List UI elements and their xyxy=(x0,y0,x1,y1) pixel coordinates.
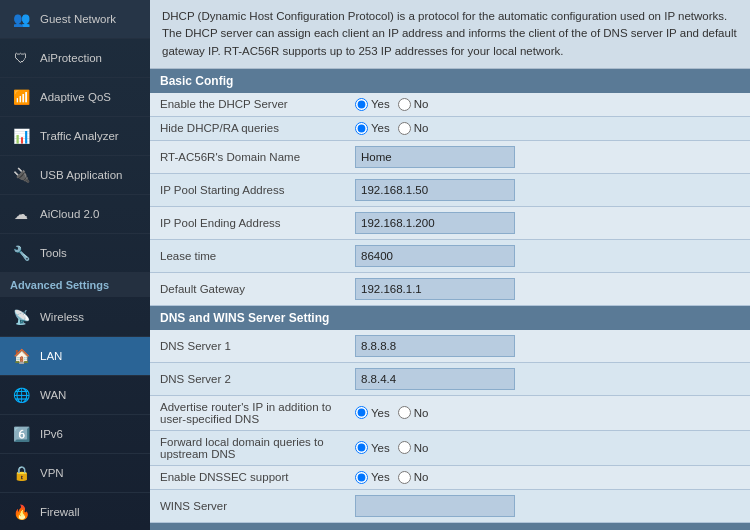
table-row: Lease time xyxy=(150,239,750,272)
sidebar-label-adaptive-qos: Adaptive QoS xyxy=(40,91,111,103)
sidebar-label-traffic-analyzer: Traffic Analyzer xyxy=(40,130,119,142)
lease-time-input[interactable] xyxy=(355,245,515,267)
sidebar-label-aiprotection: AiProtection xyxy=(40,52,102,64)
dns-wins-section: DNS and WINS Server Setting DNS Server 1… xyxy=(150,306,750,523)
ip-pool-start-label: IP Pool Starting Address xyxy=(150,173,350,206)
wins-server-value[interactable] xyxy=(350,489,750,522)
hide-dhcp-yes-radio[interactable] xyxy=(355,122,368,135)
lease-time-label: Lease time xyxy=(150,239,350,272)
hide-dhcp-no-radio[interactable] xyxy=(398,122,411,135)
aicloud-icon: ☁ xyxy=(10,203,32,225)
wins-server-input[interactable] xyxy=(355,495,515,517)
manual-assignment-section: Enable Manual Assignment xyxy=(150,523,750,530)
advertise-dns-no-radio[interactable] xyxy=(398,406,411,419)
default-gateway-value[interactable] xyxy=(350,272,750,305)
forward-dns-yes-radio[interactable] xyxy=(355,441,368,454)
sidebar-item-guest-network[interactable]: 👥 Guest Network xyxy=(0,0,150,39)
dns2-value[interactable] xyxy=(350,362,750,395)
sidebar-label-wireless: Wireless xyxy=(40,311,84,323)
ip-pool-end-input[interactable] xyxy=(355,212,515,234)
domain-name-value[interactable] xyxy=(350,140,750,173)
wireless-icon: 📡 xyxy=(10,306,32,328)
table-row: Advertise router's IP in addition to use… xyxy=(150,395,750,430)
domain-name-label: RT-AC56R's Domain Name xyxy=(150,140,350,173)
sidebar-item-wan[interactable]: 🌐 WAN xyxy=(0,376,150,415)
sidebar-item-traffic-analyzer[interactable]: 📊 Traffic Analyzer xyxy=(0,117,150,156)
dns1-value[interactable] xyxy=(350,330,750,363)
sidebar-label-vpn: VPN xyxy=(40,467,64,479)
sidebar: 👥 Guest Network 🛡 AiProtection 📶 Adaptiv… xyxy=(0,0,150,530)
table-row: RT-AC56R's Domain Name xyxy=(150,140,750,173)
sidebar-label-guest-network: Guest Network xyxy=(40,13,116,25)
enable-dhcp-yes-radio[interactable] xyxy=(355,98,368,111)
sidebar-item-usb-application[interactable]: 🔌 USB Application xyxy=(0,156,150,195)
sidebar-item-lan[interactable]: 🏠 LAN xyxy=(0,337,150,376)
forward-dns-label: Forward local domain queries to upstream… xyxy=(150,430,350,465)
dnssec-yes-radio[interactable] xyxy=(355,471,368,484)
table-row: IP Pool Ending Address xyxy=(150,206,750,239)
domain-name-input[interactable] xyxy=(355,146,515,168)
table-row: WINS Server xyxy=(150,489,750,522)
advanced-settings-header: Advanced Settings xyxy=(0,273,150,298)
hide-dhcp-label: Hide DHCP/RA queries xyxy=(150,116,350,140)
forward-dns-no-radio[interactable] xyxy=(398,441,411,454)
default-gateway-input[interactable] xyxy=(355,278,515,300)
table-row: Enable DNSSEC support Yes No xyxy=(150,465,750,489)
table-row: Hide DHCP/RA queries Yes No xyxy=(150,116,750,140)
wan-icon: 🌐 xyxy=(10,384,32,406)
sidebar-label-firewall: Firewall xyxy=(40,506,80,518)
sidebar-label-usb-application: USB Application xyxy=(40,169,122,181)
tools-icon: 🔧 xyxy=(10,242,32,264)
sidebar-item-aiprotection[interactable]: 🛡 AiProtection xyxy=(0,39,150,78)
sidebar-item-ipv6[interactable]: 6️⃣ IPv6 xyxy=(0,415,150,454)
basic-config-section: Basic Config Enable the DHCP Server Yes … xyxy=(150,69,750,306)
sidebar-item-adaptive-qos[interactable]: 📶 Adaptive QoS xyxy=(0,78,150,117)
basic-config-header: Basic Config xyxy=(150,69,750,93)
forward-dns-value[interactable]: Yes No xyxy=(350,430,750,465)
advertise-dns-value[interactable]: Yes No xyxy=(350,395,750,430)
enable-dhcp-label: Enable the DHCP Server xyxy=(150,93,350,117)
dns1-input[interactable] xyxy=(355,335,515,357)
dns1-label: DNS Server 1 xyxy=(150,330,350,363)
enable-dhcp-value[interactable]: Yes No xyxy=(350,93,750,117)
sidebar-label-lan: LAN xyxy=(40,350,62,362)
basic-config-table: Enable the DHCP Server Yes No Hide DHCP/… xyxy=(150,93,750,306)
ip-pool-start-value[interactable] xyxy=(350,173,750,206)
aiprotection-icon: 🛡 xyxy=(10,47,32,69)
ip-pool-start-input[interactable] xyxy=(355,179,515,201)
main-content: DHCP (Dynamic Host Configuration Protoco… xyxy=(150,0,750,530)
description-text: DHCP (Dynamic Host Configuration Protoco… xyxy=(150,0,750,69)
guest-network-icon: 👥 xyxy=(10,8,32,30)
wins-server-label: WINS Server xyxy=(150,489,350,522)
vpn-icon: 🔒 xyxy=(10,462,32,484)
advertise-dns-yes-radio[interactable] xyxy=(355,406,368,419)
dnssec-value[interactable]: Yes No xyxy=(350,465,750,489)
lan-icon: 🏠 xyxy=(10,345,32,367)
hide-dhcp-value[interactable]: Yes No xyxy=(350,116,750,140)
enable-dhcp-no-radio[interactable] xyxy=(398,98,411,111)
table-row: DNS Server 1 xyxy=(150,330,750,363)
sidebar-label-aicloud: AiCloud 2.0 xyxy=(40,208,99,220)
sidebar-item-vpn[interactable]: 🔒 VPN xyxy=(0,454,150,493)
sidebar-item-wireless[interactable]: 📡 Wireless xyxy=(0,298,150,337)
usb-application-icon: 🔌 xyxy=(10,164,32,186)
ip-pool-end-label: IP Pool Ending Address xyxy=(150,206,350,239)
table-row: Enable the DHCP Server Yes No xyxy=(150,93,750,117)
sidebar-label-tools: Tools xyxy=(40,247,67,259)
sidebar-item-tools[interactable]: 🔧 Tools xyxy=(0,234,150,273)
sidebar-item-aicloud[interactable]: ☁ AiCloud 2.0 xyxy=(0,195,150,234)
table-row: DNS Server 2 xyxy=(150,362,750,395)
sidebar-label-wan: WAN xyxy=(40,389,66,401)
sidebar-item-firewall[interactable]: 🔥 Firewall xyxy=(0,493,150,530)
table-row: Forward local domain queries to upstream… xyxy=(150,430,750,465)
dns-wins-header: DNS and WINS Server Setting xyxy=(150,306,750,330)
adaptive-qos-icon: 📶 xyxy=(10,86,32,108)
ip-pool-end-value[interactable] xyxy=(350,206,750,239)
lease-time-value[interactable] xyxy=(350,239,750,272)
dns2-input[interactable] xyxy=(355,368,515,390)
dnssec-label: Enable DNSSEC support xyxy=(150,465,350,489)
manual-assignment-header: Enable Manual Assignment xyxy=(150,523,750,530)
dnssec-no-radio[interactable] xyxy=(398,471,411,484)
sidebar-label-ipv6: IPv6 xyxy=(40,428,63,440)
table-row: Default Gateway xyxy=(150,272,750,305)
